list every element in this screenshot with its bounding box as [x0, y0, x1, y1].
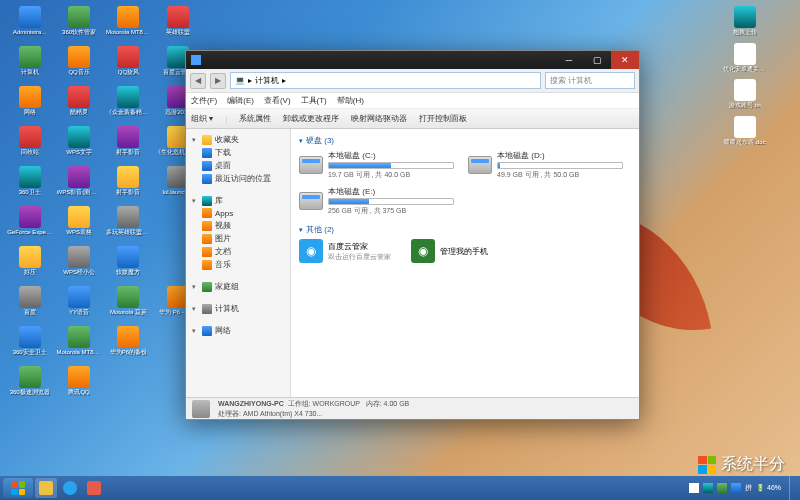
app-icon: ◉: [299, 239, 323, 263]
desktop-icon[interactable]: QQ旋风: [104, 45, 153, 85]
back-button[interactable]: ◀: [190, 73, 206, 89]
toolbar-item[interactable]: 系统属性: [239, 113, 271, 124]
tree-item[interactable]: 视频: [186, 219, 290, 232]
tree-item[interactable]: 桌面: [186, 159, 290, 172]
desktop-icon[interactable]: 酷精灵: [54, 85, 103, 125]
taskbar: 拼 🔋 46%: [0, 476, 800, 500]
ime-indicator[interactable]: 拼: [745, 483, 752, 493]
menu-bar: 文件(F)编辑(E)查看(V)工具(T)帮助(H): [186, 93, 639, 109]
tray-icon[interactable]: [703, 483, 713, 493]
drive-item[interactable]: 本地磁盘 (C:)19.7 GB 可用 , 共 40.0 GB: [299, 150, 454, 180]
other-list: ◉百度云管家双击运行百度云管家◉管理我的手机: [299, 239, 631, 263]
maximize-button[interactable]: ▢: [583, 51, 611, 69]
desktop-icon[interactable]: Administra...: [5, 5, 54, 45]
tree-item[interactable]: 文档: [186, 245, 290, 258]
desktop-icon[interactable]: 360软件管家: [54, 5, 103, 45]
desktop-icon[interactable]: 腾讯QQ: [54, 365, 103, 405]
window-icon: [191, 55, 201, 65]
desktop-icon[interactable]: WPS表格: [54, 205, 103, 245]
desktop-icon[interactable]: 百度: [5, 285, 54, 325]
desktop-icon[interactable]: QQ音乐: [54, 45, 103, 85]
tree-item[interactable]: 图片: [186, 232, 290, 245]
menu-item[interactable]: 编辑(E): [227, 95, 254, 106]
drive-icon: [468, 156, 492, 174]
watermark: 系统半分: [698, 454, 785, 475]
tree-item[interactable]: ▾库: [186, 194, 290, 207]
toolbar-item[interactable]: 组织 ▾: [191, 113, 213, 124]
desktop-icon[interactable]: YY语音: [54, 285, 103, 325]
menu-item[interactable]: 帮助(H): [337, 95, 364, 106]
other-item[interactable]: ◉百度云管家双击运行百度云管家: [299, 239, 391, 263]
desktop-icon[interactable]: 华为P6的备份: [104, 325, 153, 365]
battery-indicator[interactable]: 🔋 46%: [756, 484, 781, 492]
drive-item[interactable]: 本地磁盘 (D:)49.9 GB 可用 , 共 50.0 GB: [468, 150, 623, 180]
toolbar-item[interactable]: 卸载或更改程序: [283, 113, 339, 124]
search-input[interactable]: 搜索 计算机: [545, 72, 635, 89]
tray-icon[interactable]: [731, 483, 741, 493]
desktop-icon[interactable]: 《众金装备精品：复...: [104, 85, 153, 125]
desktop-icon[interactable]: WPS经小公: [54, 245, 103, 285]
desktop-icon[interactable]: WPS文字: [54, 125, 103, 165]
tree-item[interactable]: ▾网络: [186, 324, 290, 337]
desktop-icon[interactable]: 射手影音: [104, 125, 153, 165]
desktop-icon[interactable]: GeForce Experience: [5, 205, 54, 245]
tree-item[interactable]: 音乐: [186, 258, 290, 271]
desktop-icon[interactable]: Motorola MT887 - 腾...: [54, 325, 103, 365]
desktop-icon[interactable]: 游戏账号.txt: [695, 78, 795, 110]
task-app[interactable]: [83, 478, 105, 498]
toolbar-item[interactable]: 打开控制面板: [419, 113, 467, 124]
desktop-icon[interactable]: 回收站: [5, 125, 54, 165]
tray-icon[interactable]: [689, 483, 699, 493]
forward-button[interactable]: ▶: [210, 73, 226, 89]
toolbar: 组织 ▾|系统属性卸载或更改程序映射网络驱动器打开控制面板: [186, 109, 639, 129]
desktop-icon[interactable]: 射手影音: [104, 165, 153, 205]
drive-icon: [299, 156, 323, 174]
right-desktop-icons: 拖拽上传优化安卓通关S评分...游戏账号.txt暖暖送东西.doc: [695, 5, 795, 151]
desktop-icon[interactable]: WPS影音(测览模式): [54, 165, 103, 205]
tree-item[interactable]: ▾收藏夹: [186, 133, 290, 146]
desktop-icon[interactable]: 软媒魔方: [104, 245, 153, 285]
desktop-icon[interactable]: 360安全卫士: [5, 325, 54, 365]
desktop-icon[interactable]: 多玩英雄联盟盒子: [104, 205, 153, 245]
app-icon: ◉: [411, 239, 435, 263]
explorer-window: ─ ▢ ✕ ◀ ▶ 💻 ▸ 计算机 ▸ 搜索 计算机 文件(F)编辑(E)查看(…: [185, 50, 640, 420]
desktop-icon[interactable]: 360极速浏览器: [5, 365, 54, 405]
drive-item[interactable]: 本地磁盘 (E:)256 GB 可用 , 共 375 GB: [299, 186, 454, 216]
other-item[interactable]: ◉管理我的手机: [411, 239, 488, 263]
tree-item[interactable]: ▾计算机: [186, 302, 290, 315]
address-path: 计算机: [255, 75, 279, 86]
computer-icon: 💻: [235, 76, 245, 85]
task-browser[interactable]: [59, 478, 81, 498]
toolbar-item[interactable]: 映射网络驱动器: [351, 113, 407, 124]
other-header[interactable]: ▾ 其他 (2): [299, 224, 631, 235]
menu-item[interactable]: 查看(V): [264, 95, 291, 106]
desktop-icon[interactable]: 360卫士: [5, 165, 54, 205]
drive-icon: [299, 192, 323, 210]
tree-item[interactable]: ▾家庭组: [186, 280, 290, 293]
desktop-icon[interactable]: 暖暖送东西.doc: [695, 115, 795, 147]
desktop-icon[interactable]: 网络: [5, 85, 54, 125]
minimize-button[interactable]: ─: [555, 51, 583, 69]
desktop-icon[interactable]: 优化安卓通关S评分...: [695, 42, 795, 74]
desktop-icon[interactable]: 好压: [5, 245, 54, 285]
drives-list: 本地磁盘 (C:)19.7 GB 可用 , 共 40.0 GB本地磁盘 (D:)…: [299, 150, 631, 216]
task-explorer[interactable]: [35, 478, 57, 498]
drives-header[interactable]: ▾ 硬盘 (3): [299, 135, 631, 146]
desktop-icon[interactable]: 英雄联盟: [153, 5, 202, 45]
desktop-icon[interactable]: 拖拽上传: [695, 5, 795, 37]
titlebar[interactable]: ─ ▢ ✕: [186, 51, 639, 69]
desktop-icon[interactable]: Motorola 豆荚: [104, 285, 153, 325]
menu-item[interactable]: 文件(F): [191, 95, 217, 106]
tree-item[interactable]: Apps: [186, 207, 290, 219]
tray-icon[interactable]: [717, 483, 727, 493]
tree-item[interactable]: 下载: [186, 146, 290, 159]
start-button[interactable]: [3, 478, 33, 498]
tree-item[interactable]: 最近访问的位置: [186, 172, 290, 185]
desktop-icon[interactable]: 计算机: [5, 45, 54, 85]
desktop-icon[interactable]: Motorola MT887的...: [104, 5, 153, 45]
address-bar[interactable]: 💻 ▸ 计算机 ▸: [230, 72, 541, 89]
menu-item[interactable]: 工具(T): [301, 95, 327, 106]
system-tray[interactable]: 拼 🔋 46%: [689, 476, 797, 500]
close-button[interactable]: ✕: [611, 51, 639, 69]
show-desktop-button[interactable]: [789, 476, 795, 500]
